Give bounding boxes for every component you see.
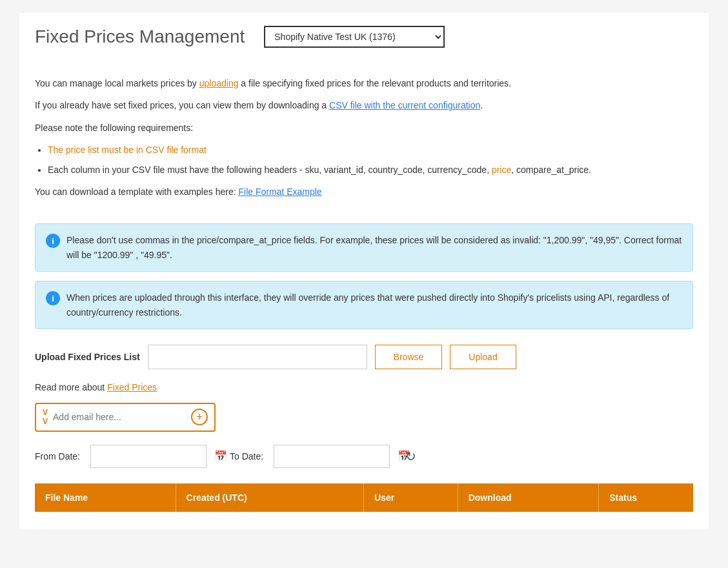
from-date-label: From Date: [35, 451, 80, 462]
email-input[interactable] [53, 412, 186, 422]
col-user: User [364, 483, 458, 512]
csv-config-link[interactable]: CSV file with the current configuration [329, 100, 480, 110]
file-format-link[interactable]: File Format Example [238, 187, 321, 197]
description-line2: If you already have set fixed prices, yo… [35, 98, 693, 112]
col-download: Download [458, 483, 600, 512]
requirements-heading: Please note the following requirements: [35, 121, 693, 135]
upload-button[interactable]: Upload [450, 345, 516, 369]
info-box-commas: i Please don't use commas in the price/c… [35, 223, 693, 272]
info-text-2: When prices are uploaded through this in… [66, 290, 682, 320]
info-icon-2: i [46, 291, 60, 305]
from-date-input[interactable] [96, 451, 209, 462]
upload-label: Upload Fixed Prices List [35, 352, 140, 362]
page-title: Fixed Prices Management [35, 26, 245, 47]
email-icon: V V [43, 408, 48, 427]
info-box-override: i When prices are uploaded through this … [35, 281, 693, 329]
read-more-row: Read more about Fixed Prices [35, 382, 693, 392]
col-file-name: File Name [35, 483, 176, 512]
from-date-calendar-icon[interactable]: 📅 [214, 450, 227, 462]
requirement-item-2: Each column in your CSV file must have t… [48, 163, 693, 177]
col-status: Status [599, 483, 693, 512]
template-line: You can download a template with example… [35, 185, 693, 199]
description-section: You can manage local markets prices by u… [35, 63, 693, 213]
to-date-input-wrapper: 📅 [274, 445, 390, 468]
col-created-utc: Created (UTC) [176, 483, 364, 512]
requirement-item-1: The price list must be in CSV file forma… [48, 143, 693, 157]
upload-section: Upload Fixed Prices List Browse Upload [35, 345, 693, 369]
table-header: File Name Created (UTC) User Download St… [35, 483, 693, 512]
header-row: Fixed Prices Management Shopify Native T… [35, 26, 693, 48]
refresh-icon[interactable]: ↻ [405, 449, 416, 464]
description-line1: You can manage local markets prices by u… [35, 76, 693, 90]
add-email-button[interactable]: + [191, 409, 208, 425]
to-date-label: To Date: [230, 451, 263, 462]
date-row: From Date: 📅 To Date: 📅 ↻ [35, 445, 693, 468]
read-more-prefix: Read more about [35, 382, 107, 392]
from-date-input-wrapper: 📅 [90, 445, 207, 468]
fixed-prices-link[interactable]: Fixed Prices [107, 382, 157, 392]
store-select[interactable]: Shopify Native Test UK (1376) [264, 26, 445, 48]
browse-button[interactable]: Browse [375, 345, 443, 369]
info-text-1: Please don't use commas in the price/com… [66, 233, 682, 262]
requirements-list: The price list must be in CSV file forma… [48, 143, 693, 177]
email-input-row: V V + [35, 403, 693, 432]
info-icon-1: i [46, 234, 60, 248]
email-input-wrapper: V V + [35, 403, 216, 432]
file-input-box[interactable] [148, 345, 367, 369]
uploading-link[interactable]: uploading [199, 78, 239, 88]
to-date-input[interactable] [279, 451, 392, 462]
